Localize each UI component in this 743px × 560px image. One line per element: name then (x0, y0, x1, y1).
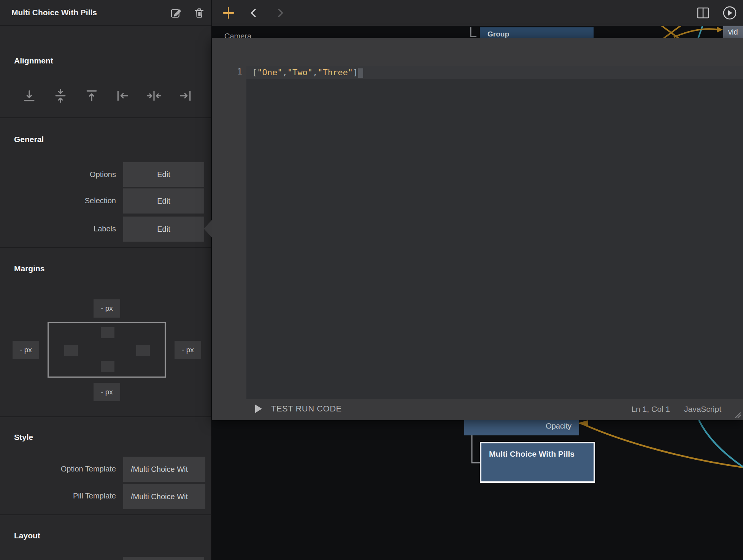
prop-label-options: Options (11, 170, 116, 179)
margin-handle-bottom[interactable] (101, 361, 114, 372)
node-opacity[interactable]: Opacity (464, 420, 579, 435)
code-editor-popup: 1 ["One","Two","Three"] TEST RUN CODE Ln… (212, 38, 743, 420)
split-view-icon[interactable] (695, 5, 711, 21)
code-token: [ (252, 68, 257, 77)
popup-callout-arrow (204, 220, 212, 238)
panel-header: Multi Choice With Pills (0, 0, 211, 26)
node-video[interactable]: vid (723, 26, 743, 38)
cursor-position-status: Ln 1, Col 1 (631, 405, 670, 414)
text-cursor (358, 68, 363, 78)
prop-label-pill-template: Pill Template (11, 492, 116, 500)
line-number: 1 (233, 67, 242, 76)
node-group[interactable]: Group (480, 27, 594, 38)
margin-handle-left[interactable] (64, 345, 78, 356)
plus-icon[interactable] (221, 5, 236, 21)
code-token: "One" (257, 68, 282, 77)
section-title-margins: Margins (14, 264, 45, 273)
margin-top-input[interactable]: - px (94, 299, 120, 318)
pill-template-value[interactable]: /Multi Choice Wit (123, 484, 205, 509)
chevron-left-icon[interactable] (248, 5, 260, 21)
node-canvas-bottom: Opacity Multi Choice With Pills (212, 420, 743, 560)
code-token: "Three" (318, 68, 353, 77)
language-status: JavaScript (684, 405, 721, 414)
prop-label-labels: Labels (11, 225, 116, 233)
section-divider (0, 117, 211, 118)
margin-handle-top[interactable] (101, 327, 114, 338)
align-center-vertical-icon[interactable] (53, 87, 68, 105)
code-token: ] (353, 68, 358, 77)
chevron-right-icon[interactable] (274, 5, 286, 21)
align-top-icon[interactable] (84, 87, 99, 105)
node-multi-choice-with-pills[interactable]: Multi Choice With Pills (480, 442, 595, 483)
section-divider (0, 247, 211, 248)
delete-icon[interactable] (192, 6, 206, 20)
section-divider (0, 416, 211, 417)
prop-label-option-template: Option Template (11, 465, 116, 473)
section-title-layout: Layout (14, 531, 40, 540)
play-circle-icon[interactable] (722, 5, 737, 21)
code-token: "Two" (287, 68, 313, 77)
connection-wires-top (638, 26, 725, 38)
properties-panel: Multi Choice With Pills Alignment (0, 0, 211, 560)
node-canvas-top: Camera Group vid (212, 26, 743, 38)
margin-handle-right[interactable] (136, 345, 150, 356)
section-title-style: Style (14, 433, 33, 442)
selection-edit-button[interactable]: Edit (123, 188, 204, 214)
run-play-icon (254, 404, 263, 414)
section-title-general: General (14, 135, 44, 144)
code-token: , (313, 68, 318, 77)
code-line-text[interactable]: ["One","Two","Three"] (252, 66, 363, 79)
code-token: , (282, 68, 287, 77)
align-left-icon[interactable] (116, 87, 130, 105)
resize-handle[interactable] (734, 411, 741, 419)
panel-title: Multi Choice With Pills (11, 8, 97, 17)
canvas-toolbar (212, 0, 743, 26)
align-bottom-icon[interactable] (22, 87, 37, 105)
editor-status-bar: TEST RUN CODE Ln 1, Col 1 JavaScript (212, 399, 743, 420)
layout-partial-field[interactable] (123, 557, 204, 560)
app-window: Multi Choice With Pills Alignment (0, 0, 743, 560)
run-label: TEST RUN CODE (271, 404, 342, 414)
node-camera[interactable]: Camera (224, 32, 251, 38)
option-template-value[interactable]: /Multi Choice Wit (123, 457, 205, 482)
labels-edit-button[interactable]: Edit (123, 217, 204, 242)
prop-label-selection: Selection (11, 196, 116, 205)
code-editor-area[interactable] (246, 66, 743, 399)
alignment-toolbar (22, 87, 205, 105)
margin-preview-box (48, 322, 166, 378)
margin-right-input[interactable]: - px (175, 341, 201, 359)
options-edit-button[interactable]: Edit (123, 162, 204, 187)
margin-bottom-input[interactable]: - px (94, 383, 120, 401)
margin-left-input[interactable]: - px (13, 341, 39, 359)
section-divider (0, 514, 211, 515)
align-right-icon[interactable] (178, 87, 192, 105)
hierarchy-connector (470, 27, 480, 38)
align-center-horizontal-icon[interactable] (147, 87, 161, 105)
node-label: Multi Choice With Pills (489, 448, 578, 460)
rename-icon[interactable] (169, 6, 183, 20)
section-title-alignment: Alignment (14, 56, 53, 65)
test-run-code-button[interactable]: TEST RUN CODE (254, 404, 342, 414)
